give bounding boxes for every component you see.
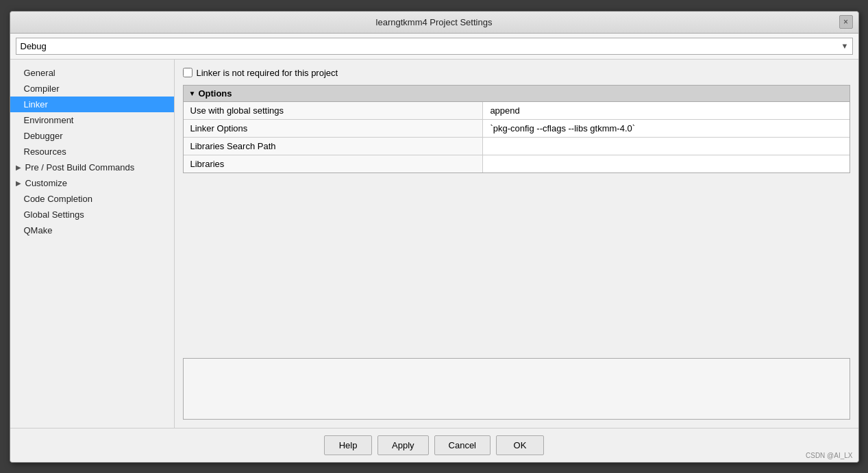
- options-header: ▼ Options: [184, 86, 850, 102]
- sidebar-item-resources[interactable]: Resources: [10, 144, 174, 159]
- sidebar: General Compiler Linker Environment Debu…: [10, 60, 175, 428]
- linker-checkbox-row: Linker is not required for this project: [183, 68, 850, 78]
- linker-checkbox-label: Linker is not required for this project: [197, 68, 338, 78]
- title-bar: learngtkmm4 Project Settings ×: [10, 12, 858, 34]
- sidebar-label-debugger: Debugger: [24, 131, 63, 141]
- project-settings-dialog: learngtkmm4 Project Settings × Debug Rel…: [10, 11, 859, 463]
- row-label-linker-options: Linker Options: [184, 119, 483, 137]
- help-button[interactable]: Help: [324, 435, 372, 455]
- sidebar-item-compiler[interactable]: Compiler: [10, 81, 174, 97]
- row-value-use-global[interactable]: append: [483, 102, 850, 120]
- dialog-title: learngtkmm4 Project Settings: [376, 17, 493, 27]
- ok-button[interactable]: OK: [496, 435, 544, 455]
- options-header-label: Options: [198, 88, 232, 99]
- sidebar-item-debugger[interactable]: Debugger: [10, 128, 174, 144]
- row-value-linker-options[interactable]: `pkg-config --cflags --libs gtkmm-4.0`: [483, 119, 850, 137]
- table-row: Libraries Search Path: [184, 137, 850, 155]
- config-dropdown-wrapper: Debug Release ▼: [16, 38, 853, 55]
- cancel-button[interactable]: Cancel: [434, 435, 491, 455]
- sidebar-item-code-completion[interactable]: Code Completion: [10, 191, 174, 207]
- row-value-libraries[interactable]: [483, 155, 850, 172]
- sidebar-label-pre-post: Pre / Post Build Commands: [25, 162, 135, 172]
- config-dropdown[interactable]: Debug Release: [16, 38, 853, 55]
- options-collapse-icon[interactable]: ▼: [189, 90, 196, 97]
- bottom-bar: Help Apply Cancel OK: [10, 428, 858, 462]
- main-area: General Compiler Linker Environment Debu…: [10, 60, 858, 428]
- table-row: Linker Options `pkg-config --cflags --li…: [184, 119, 850, 137]
- content-area: Linker is not required for this project …: [175, 60, 858, 428]
- sidebar-label-compiler: Compiler: [24, 84, 60, 94]
- sidebar-item-pre-post-build[interactable]: ▶ Pre / Post Build Commands: [10, 159, 174, 175]
- sidebar-label-qmake: QMake: [24, 225, 53, 235]
- sidebar-label-code-completion: Code Completion: [24, 194, 92, 204]
- sidebar-label-general: General: [24, 68, 55, 78]
- apply-button[interactable]: Apply: [377, 435, 429, 455]
- options-section: ▼ Options Use with global settings appen…: [183, 85, 850, 173]
- sidebar-item-environment[interactable]: Environment: [10, 112, 174, 128]
- sidebar-item-qmake[interactable]: QMake: [10, 222, 174, 238]
- sidebar-label-resources: Resources: [24, 146, 66, 157]
- linker-not-required-checkbox[interactable]: [183, 68, 193, 77]
- customize-arrow-icon: ▶: [16, 179, 21, 187]
- row-label-use-global: Use with global settings: [184, 102, 483, 120]
- watermark: CSDN @AI_LX: [806, 452, 853, 459]
- row-label-libraries: Libraries: [184, 155, 483, 172]
- table-row: Libraries: [184, 155, 850, 172]
- description-box: [183, 358, 850, 420]
- table-row: Use with global settings append: [184, 102, 850, 120]
- close-button[interactable]: ×: [839, 15, 853, 29]
- toolbar: Debug Release ▼: [10, 34, 858, 60]
- row-value-search-path[interactable]: [483, 137, 850, 155]
- options-table: Use with global settings append Linker O…: [184, 102, 850, 172]
- sidebar-label-linker: Linker: [24, 99, 48, 110]
- row-label-search-path: Libraries Search Path: [184, 137, 483, 155]
- sidebar-label-global-settings: Global Settings: [24, 209, 84, 220]
- pre-post-arrow-icon: ▶: [16, 164, 21, 171]
- sidebar-label-customize: Customize: [25, 178, 67, 188]
- sidebar-item-linker[interactable]: Linker: [10, 97, 174, 112]
- sidebar-item-general[interactable]: General: [10, 65, 174, 81]
- sidebar-item-customize[interactable]: ▶ Customize: [10, 175, 174, 191]
- sidebar-label-environment: Environment: [24, 115, 74, 125]
- sidebar-item-global-settings[interactable]: Global Settings: [10, 207, 174, 222]
